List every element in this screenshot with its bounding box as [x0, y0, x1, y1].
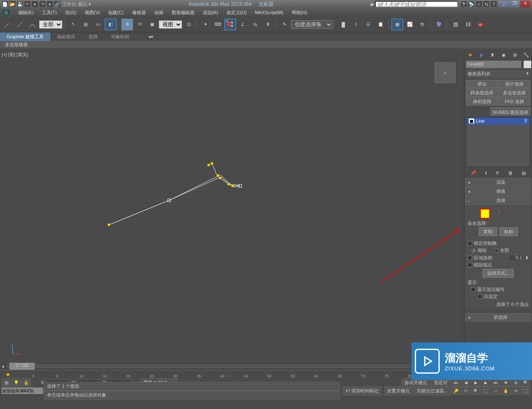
minimize-button[interactable]: _	[499, 1, 509, 7]
menu-customize[interactable]: 自定义(U)	[222, 9, 251, 17]
key-filters-button[interactable]: 关键点过滤器...	[414, 387, 451, 395]
close-button[interactable]: x	[520, 1, 530, 7]
vertex[interactable]	[167, 199, 171, 202]
modifier-stack[interactable]: ◼Line ⠿	[466, 117, 530, 167]
rollout-render[interactable]: +渲染	[465, 178, 531, 187]
alike-radio[interactable]	[472, 249, 476, 253]
script-listener-icon[interactable]: ▤	[2, 378, 11, 387]
isolate-icon[interactable]: 💡	[12, 378, 21, 387]
paste-button[interactable]: 粘贴	[500, 227, 518, 236]
lock-handles-checkbox[interactable]	[468, 241, 472, 246]
menu-create[interactable]: 创建(C)	[104, 9, 128, 17]
render-prod-icon[interactable]: 🫖	[475, 19, 486, 30]
maximize-button[interactable]: ❐	[510, 1, 520, 7]
window-crossing-icon[interactable]: ◧	[105, 19, 116, 30]
ribbon-tab-graphite[interactable]: Graphite 建模工具	[0, 32, 50, 41]
mod-ffd-select[interactable]: FFD 选择	[498, 97, 530, 106]
open-icon[interactable]: 📂	[9, 1, 16, 7]
app-logo-icon[interactable]: G	[2, 9, 11, 16]
nav-maximize-icon[interactable]: ⛶	[521, 387, 530, 395]
display-panel-icon[interactable]: 🖥	[511, 51, 519, 59]
nav-pan-icon[interactable]: ✋	[501, 387, 510, 395]
help-search-input[interactable]	[375, 1, 458, 7]
nav-zoom-icon[interactable]: 🔍	[471, 387, 480, 395]
mod-nurbs-select[interactable]: NURBS 曲面选择	[490, 107, 530, 116]
angle-snap-icon[interactable]: ∠	[237, 19, 249, 30]
timeline-prev-icon[interactable]: ◂	[2, 364, 4, 369]
binoculars-icon[interactable]: 🔭	[461, 1, 467, 7]
menu-edit[interactable]: 编辑(E)	[14, 9, 38, 17]
modify-panel-icon[interactable]: ◗	[477, 51, 485, 59]
stack-item-line[interactable]: ◼Line ⠿	[466, 118, 530, 125]
selection-filter-dropdown[interactable]: 全部	[39, 20, 62, 29]
schematic-view-icon[interactable]: ⧉	[416, 19, 428, 30]
search-arrow-icon[interactable]: ▶	[371, 2, 374, 7]
select-manipulate-icon[interactable]: ✦	[200, 19, 211, 30]
object-name-field[interactable]: Line002	[466, 61, 521, 68]
keyboard-shortcut-icon[interactable]: ⌨	[212, 19, 224, 30]
save-icon[interactable]: 💾	[17, 1, 23, 7]
spinner-arrows-icon[interactable]: ⬍	[525, 255, 529, 261]
make-unique-icon[interactable]: ∀	[496, 170, 499, 176]
pin-stack-icon[interactable]: 📌	[470, 170, 476, 176]
use-center-icon[interactable]: ⊡	[183, 19, 195, 30]
ribbon-tab-paint[interactable]: 对象绘制	[104, 32, 136, 41]
show-result-icon[interactable]: ⅱ	[485, 170, 487, 176]
ribbon-toggle-icon[interactable]: ▦	[392, 19, 403, 30]
time-config-icon[interactable]: ⏲	[461, 387, 470, 395]
bind-icon[interactable]	[27, 19, 38, 30]
segment-subobj-icon[interactable]: ╱	[495, 209, 503, 217]
mod-extrude[interactable]: 挤出	[466, 80, 498, 88]
vertex[interactable]	[239, 184, 242, 187]
viewcube[interactable]: 前	[435, 62, 456, 83]
edit-named-sel-icon[interactable]: ✎	[278, 19, 290, 30]
mod-spline-select[interactable]: 样条线选择	[466, 89, 498, 97]
ribbon-sub-polymodel[interactable]: 多边形建模	[0, 41, 532, 48]
ribbon-tab-selection[interactable]: 选择	[82, 32, 104, 41]
redo-drop-icon[interactable]: ▾	[47, 1, 53, 7]
snap-toggle-icon[interactable]: 3🧲	[224, 19, 236, 30]
hierarchy-panel-icon[interactable]: ♜	[488, 51, 497, 59]
mod-vol-select[interactable]: 体积选择	[466, 97, 498, 106]
select-name-icon[interactable]: ▤	[80, 19, 91, 30]
menu-tools[interactable]: 工具(T)	[38, 9, 61, 17]
render-frame-icon[interactable]: 🎞	[462, 19, 474, 30]
nav-zoom-all-icon[interactable]: ⛶	[481, 387, 490, 395]
curve-editor-icon[interactable]: 📈	[404, 19, 416, 30]
ribbon-tab-freeform[interactable]: 自由形式	[50, 32, 82, 41]
select-object-icon[interactable]: ↖	[67, 19, 79, 30]
viewport[interactable]: [+] [前] [真实] 前 z x	[0, 50, 464, 362]
layers-icon[interactable]: ☰	[362, 19, 374, 30]
time-tag-icon[interactable]: 🏷	[345, 388, 350, 393]
mod-poly-select[interactable]: 多边形选择	[498, 89, 530, 97]
spline-subobj-icon[interactable]: 〰	[508, 209, 517, 217]
layer-manager-icon[interactable]: 📋	[375, 19, 387, 30]
unlink-icon[interactable]	[14, 19, 26, 30]
align-icon[interactable]: ⫴	[350, 19, 362, 30]
segment-end-checkbox[interactable]	[468, 263, 472, 267]
ribbon-expand-icon[interactable]: ◂▾	[148, 34, 153, 39]
area-select-checkbox[interactable]	[468, 256, 472, 260]
motion-panel-icon[interactable]: ◉	[500, 51, 508, 59]
spinner-snap-icon[interactable]: ⬍	[262, 19, 273, 30]
rss-icon[interactable]: 📡	[468, 1, 475, 7]
nav-orbit-icon[interactable]: ⟲	[511, 387, 520, 395]
mod-face-select[interactable]: 面片选择	[498, 80, 530, 88]
vertex[interactable]	[232, 185, 234, 187]
vertex[interactable]	[211, 162, 213, 165]
menu-help[interactable]: 帮助(H)	[288, 9, 311, 17]
all-radio[interactable]	[494, 249, 498, 253]
percent-snap-icon[interactable]: %	[249, 19, 261, 30]
lock-selection-icon[interactable]: 🔓	[22, 378, 31, 387]
modifier-list-dropdown[interactable]: 修改器列表 ▾	[466, 70, 530, 78]
area-select-spinner[interactable]: 0.1	[508, 254, 523, 261]
configure-sets-icon[interactable]: ▤	[522, 170, 526, 176]
select-by-button[interactable]: 选择方式...	[483, 269, 514, 278]
render-setup-icon[interactable]: 🖼	[450, 19, 461, 30]
viewport-label[interactable]: [+] [前] [真实]	[2, 52, 28, 58]
redo-icon[interactable]: ↷	[39, 1, 46, 7]
menu-graph[interactable]: 图形编辑器	[167, 9, 199, 17]
new-icon[interactable]: 📄	[2, 1, 8, 7]
scale-icon[interactable]: ▣	[146, 19, 158, 30]
key-mode-icon[interactable]: 🔑	[451, 387, 461, 395]
